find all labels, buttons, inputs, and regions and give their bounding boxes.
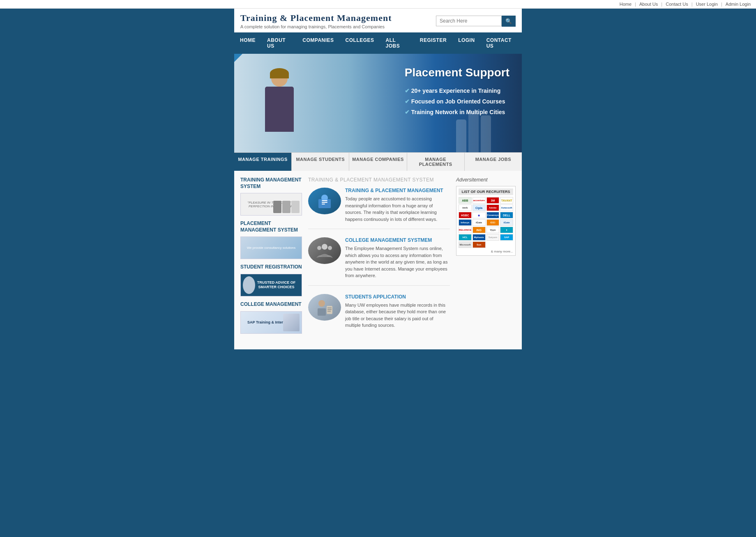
article-2-text: The Employee Management System runs onli…	[345, 245, 450, 279]
recruiter-item: Microsoft	[459, 241, 472, 248]
topbar-contact[interactable]: Contact Us	[666, 2, 688, 7]
nav-companies[interactable]: COMPANIES	[297, 32, 339, 54]
person-body	[265, 87, 294, 132]
search-button[interactable]: 🔍	[502, 16, 516, 27]
left-img-placement-text: We provide consultancy solutions	[247, 246, 296, 250]
recruiter-box-title: LIST OF OUR RECRUITERS	[459, 188, 513, 195]
middle-column: TRAINING & PLACEMENT MANAGEMENT SYSTEM	[308, 177, 450, 343]
recruiter-item: ICICI	[486, 219, 500, 226]
mid-header: TRAINING & PLACEMENT MANAGEMENT SYSTEM	[308, 177, 450, 183]
article-1-content: TRAINING & PLACEMENT MANAGEMENT Today pe…	[345, 188, 450, 223]
banner-point-2: Focused on Job Oriented Courses	[405, 98, 509, 105]
recruiter-item: Sun	[472, 241, 486, 248]
article-3-title: STUDENTS APPLICATION	[345, 294, 450, 300]
nav-register[interactable]: REGISTER	[414, 32, 452, 54]
search-box: 🔍	[436, 16, 516, 27]
article-3: STUDENTS APPLICATION Many UW employees h…	[308, 294, 450, 335]
nav-contact-us[interactable]: CONTACT US	[481, 32, 522, 54]
person-hair	[270, 68, 289, 78]
left-img-training[interactable]: "PLEASURE IN THE JOB PUTS PERFECTION IN …	[240, 193, 302, 216]
article-2-thumb	[308, 237, 341, 264]
recruiter-item: accenture	[472, 197, 486, 204]
header: Training & Placement Management A comple…	[234, 9, 522, 32]
recruiter-item: ●	[500, 227, 513, 233]
recruiter-more: & many more...	[459, 250, 513, 253]
topbar-admin-login[interactable]: Admin Login	[726, 2, 751, 7]
recruiter-item: Adobe	[486, 204, 500, 211]
banner: Placement Support 20+ years Experience i…	[234, 54, 522, 152]
recruiter-item: SAP	[500, 234, 513, 241]
banner-point-1: 20+ years Experience in Training	[405, 87, 509, 94]
nav-login[interactable]: LOGIN	[452, 32, 481, 54]
left-img-placement[interactable]: We provide consultancy solutions	[240, 236, 302, 259]
svg-rect-9	[318, 308, 326, 316]
tab-manage-trainings[interactable]: MANAGE TRAININGS	[234, 153, 292, 171]
article-3-icon	[310, 296, 339, 319]
recruiter-item: ABB	[459, 197, 472, 204]
recruiter-item: HSBC	[459, 212, 472, 218]
nav-about-us[interactable]: ABOUT US	[261, 32, 297, 54]
recruiter-item: iGate	[472, 219, 486, 226]
recruiter-item: ⊕	[472, 212, 486, 218]
banner-points: 20+ years Experience in Training Focused…	[405, 87, 509, 115]
left-title-placement: PLACEMENT MANAGEMENT SYSTEM	[240, 220, 302, 233]
article-3-thumb	[308, 294, 341, 321]
banner-content: Placement Support 20+ years Experience i…	[405, 66, 509, 119]
bg-person-1	[456, 119, 466, 152]
recruiter-item: 3M	[486, 197, 500, 204]
svg-point-7	[328, 246, 332, 250]
recruiter-grid: ABBaccenture3MTAVANTimrbCiplaAdobeAztecs…	[459, 197, 513, 248]
article-1-text: Today people are accustomed to accessing…	[345, 195, 450, 223]
svg-rect-2	[322, 200, 327, 201]
recruiter-item: Infosys	[459, 219, 472, 226]
recruiter-item: iGate	[500, 219, 513, 226]
recruiter-item: Cipla	[472, 204, 486, 211]
recruiter-item: Covansys	[486, 212, 500, 218]
tabs-bar: MANAGE TRAININGS MANAGE STUDENTS MANAGE …	[234, 152, 522, 171]
article-3-text: Many UW employees have multiple records …	[345, 302, 450, 329]
svg-point-1	[321, 195, 328, 201]
banner-triangle-decoration	[234, 54, 242, 62]
topbar-about[interactable]: About Us	[639, 2, 658, 7]
search-input[interactable]	[436, 16, 502, 26]
tab-manage-students[interactable]: MANAGE STUDENTS	[292, 153, 349, 171]
nav-home[interactable]: HOME	[234, 32, 261, 54]
main-content: TRAINING MANAGEMENT SYSTEM "PLEASURE IN …	[234, 171, 522, 349]
navigation: HOME ABOUT US COMPANIES COLLEGES ALL JOB…	[234, 32, 522, 54]
nav-all-jobs[interactable]: ALL JOBS	[380, 32, 414, 54]
svg-rect-10	[327, 306, 332, 314]
left-title-college: COLLEGE MANAGEMENT	[240, 301, 302, 308]
topbar-user-login[interactable]: User Login	[696, 2, 718, 7]
site-title: Training & Placement Management	[240, 13, 392, 23]
recruiter-item: TAVANT	[500, 197, 513, 204]
left-title-student: STUDENT REGISTRATION	[240, 264, 302, 271]
top-bar: Home | About Us | Contact Us | User Logi…	[0, 0, 756, 9]
article-1: TRAINING & PLACEMENT MANAGEMENT Today pe…	[308, 188, 450, 229]
left-img-college[interactable]: SAP Training & Internships	[240, 311, 302, 334]
svg-rect-3	[322, 202, 327, 203]
recruiter-item: Aztecsoft	[500, 204, 513, 211]
banner-title: Placement Support	[405, 66, 509, 79]
site-subtitle: A complete solution for managing trainin…	[240, 24, 392, 29]
tab-manage-jobs[interactable]: MANAGE JOBS	[465, 153, 522, 171]
article-2: COLLEGE MANAGEMENT SYSTMEM The Employee …	[308, 237, 450, 286]
left-img-student[interactable]: TRUSTED ADVICE OF SMARTER CHOICES	[240, 274, 302, 296]
banner-figure	[247, 62, 312, 152]
article-1-icon	[310, 190, 339, 212]
tab-manage-placements[interactable]: MANAGE PLACEMENTS	[407, 153, 465, 171]
recruiter-item: ING	[472, 227, 486, 233]
brand: Training & Placement Management A comple…	[240, 13, 392, 29]
recruiter-item: DELL	[500, 212, 513, 218]
topbar-home[interactable]: Home	[620, 2, 632, 7]
article-2-icon	[310, 239, 339, 262]
bg-person-3	[481, 115, 491, 152]
recruiter-item: Mphasis	[472, 234, 486, 241]
nav-colleges[interactable]: COLLEGES	[340, 32, 380, 54]
article-2-title: COLLEGE MANAGEMENT SYSTMEM	[345, 237, 450, 243]
tab-manage-companies[interactable]: MANAGE COMPANIES	[349, 153, 407, 171]
left-title-training: TRAINING MANAGEMENT SYSTEM	[240, 177, 302, 190]
recruiter-item: RELIANCE	[459, 227, 472, 233]
left-img-student-text: TRUSTED ADVICE OF SMARTER CHOICES	[253, 280, 300, 290]
svg-point-5	[322, 244, 327, 250]
article-3-content: STUDENTS APPLICATION Many UW employees h…	[345, 294, 450, 329]
